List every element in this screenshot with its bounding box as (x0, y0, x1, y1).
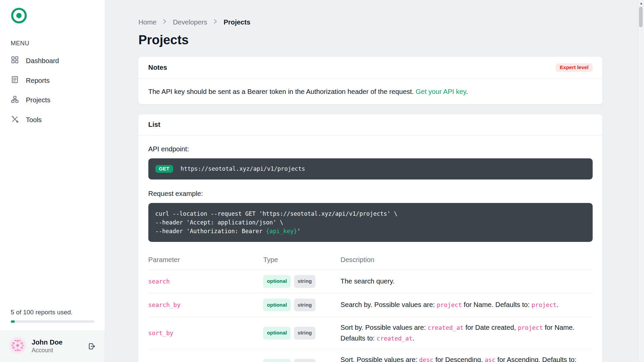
sidebar-item-tools[interactable]: Tools (0, 110, 105, 130)
endpoint-url: https://seototal.xyz/api/v1/projects (181, 165, 305, 172)
notes-text: The API key should be sent as a Bearer t… (148, 88, 416, 95)
logo-icon (11, 7, 27, 24)
endpoint-code-block: GET https://seototal.xyz/api/v1/projects (148, 158, 593, 179)
usage-progress-fill (11, 320, 15, 323)
breadcrumb-home[interactable]: Home (138, 18, 156, 26)
param-row: search_byoptionalstringSearch by. Possib… (148, 293, 593, 317)
param-description: Sort. Possible values are: desc for Desc… (341, 349, 593, 362)
param-description: Search by. Possible values are: project … (341, 293, 593, 317)
params-table-header: Parameter Type Description (148, 252, 593, 269)
list-card: List API endpoint: GET https://seototal.… (138, 114, 602, 362)
param-name: sort_by (148, 330, 174, 337)
expert-level-badge: Expert level (556, 63, 593, 72)
chevron-right-icon (161, 18, 168, 27)
grid-icon (11, 56, 19, 65)
notes-body: The API key should be sent as a Bearer t… (138, 79, 602, 105)
code-line: --header 'Authorization: Bearer {api_key… (155, 227, 586, 236)
scrollbar-up-arrow[interactable]: ▲ (638, 1, 644, 5)
params-table-body: searchoptionalstringThe search query.sea… (148, 269, 593, 362)
page-title: Projects (138, 33, 602, 47)
chevron-right-icon (212, 18, 219, 27)
scrollbar-thumb[interactable] (639, 7, 643, 27)
string-badge: string (294, 275, 315, 288)
sidebar-item-projects[interactable]: Projects (0, 90, 105, 110)
optional-badge: optional (263, 359, 290, 362)
param-description: Sort by. Possible values are: created_at… (341, 317, 593, 349)
breadcrumb-developers[interactable]: Developers (173, 18, 207, 26)
param-row: sortoptionalstringSort. Possible values … (148, 349, 593, 362)
api-endpoint-label: API endpoint: (148, 145, 593, 153)
app-root: MENU Dashboard (0, 0, 644, 362)
scrollbar[interactable]: ▲ (638, 0, 644, 362)
optional-badge: optional (263, 299, 290, 311)
app-logo[interactable] (0, 0, 105, 25)
get-api-key-link[interactable]: Get your API key (416, 88, 466, 95)
usage-text: 5 of 100 reports used. (11, 309, 94, 316)
notes-card: Notes Expert level The API key should be… (138, 57, 602, 104)
sidebar-item-dashboard[interactable]: Dashboard (0, 51, 105, 71)
sidebar-item-reports[interactable]: Reports (0, 71, 105, 91)
code-line: curl --location --request GET 'https://s… (155, 209, 586, 218)
usage-progress-track (11, 320, 94, 323)
string-badge: string (294, 299, 315, 311)
reports-usage: 5 of 100 reports used. (0, 309, 105, 330)
breadcrumb: Home Developers Projects (138, 18, 602, 27)
sidebar-item-label: Dashboard (26, 57, 59, 65)
param-name: search (148, 278, 170, 285)
request-example-label: Request example: (148, 190, 593, 198)
menu-label: MENU (11, 40, 105, 47)
breadcrumb-current: Projects (224, 18, 250, 26)
sidebar-item-label: Projects (26, 96, 50, 104)
param-name: search_by (148, 302, 181, 308)
sitemap-icon (11, 95, 19, 105)
curl-code: curl --location --request GET 'https://s… (148, 203, 593, 242)
tools-icon (11, 115, 19, 125)
avatar (9, 337, 26, 356)
sidebar-nav: Dashboard Reports (0, 51, 105, 130)
report-icon (11, 75, 19, 85)
account-card[interactable]: John Doe Account (0, 330, 105, 362)
param-description: The search query. (341, 269, 593, 293)
sidebar-bottom: 5 of 100 reports used. (0, 309, 105, 362)
notes-card-title: Notes (148, 64, 167, 71)
col-type: Type (263, 252, 340, 269)
logout-icon[interactable] (88, 342, 96, 350)
user-name: John Doe (32, 339, 62, 346)
sidebar-item-label: Tools (26, 116, 42, 124)
param-row: searchoptionalstringThe search query. (148, 269, 593, 293)
http-method-badge: GET (155, 165, 173, 173)
params-table: Parameter Type Description searchoptiona… (148, 252, 593, 362)
string-badge: string (294, 327, 315, 340)
param-row: sort_byoptionalstringSort by. Possible v… (148, 317, 593, 349)
sidebar-item-label: Reports (26, 77, 50, 85)
optional-badge: optional (263, 327, 290, 340)
col-description: Description (341, 252, 593, 269)
list-card-title: List (148, 121, 160, 128)
main-content: Home Developers Projects Projects Notes … (106, 0, 638, 362)
code-line: --header 'Accept: application/json' \ (155, 218, 586, 227)
sidebar: MENU Dashboard (0, 0, 105, 362)
optional-badge: optional (263, 275, 290, 288)
user-subtitle: Account (32, 347, 62, 354)
col-parameter: Parameter (148, 252, 263, 269)
string-badge: string (294, 359, 315, 362)
